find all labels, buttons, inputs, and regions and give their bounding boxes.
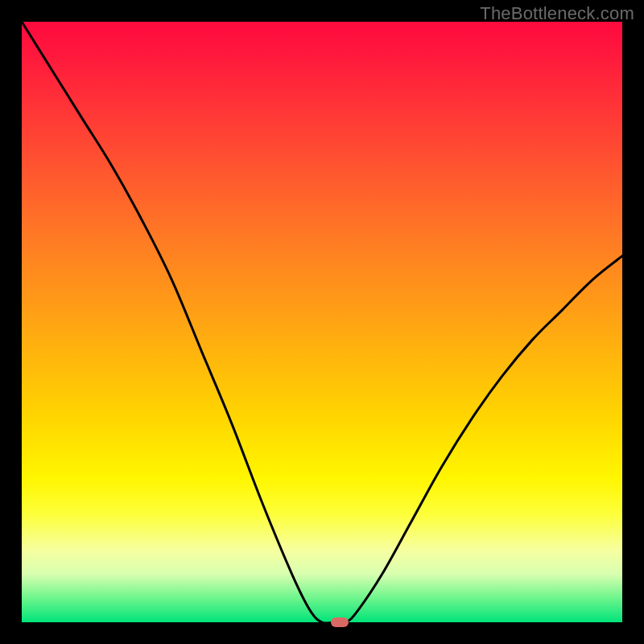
bottleneck-curve: [22, 22, 622, 622]
chart-frame: TheBottleneck.com: [0, 0, 644, 644]
optimal-marker: [331, 617, 349, 627]
plot-area: [22, 22, 622, 622]
watermark-text: TheBottleneck.com: [480, 3, 634, 24]
